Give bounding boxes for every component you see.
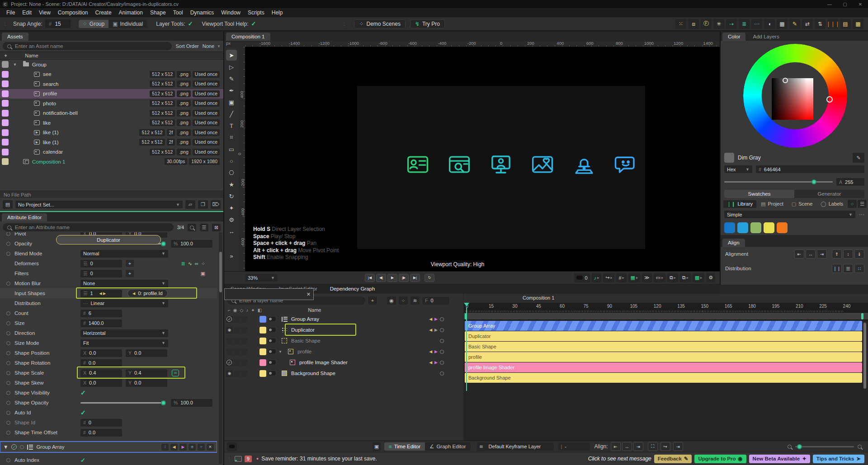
dots-grid-icon[interactable]: ⁙ [675, 19, 686, 29]
checkbox[interactable]: ✓ [80, 389, 86, 396]
asset-row[interactable]: profile512 x 512.pngUsed once [0, 89, 223, 99]
filter-icon[interactable]: ▣ [201, 271, 205, 277]
timeline-bar[interactable]: profile Image Shader [465, 362, 862, 372]
filter-field[interactable]: F0 [422, 297, 449, 305]
layer-row[interactable]: ◉Background Shape [224, 368, 463, 379]
enabled-check[interactable]: ✓ [11, 444, 17, 450]
state-cell[interactable] [241, 338, 248, 344]
minimize-button[interactable]: — [822, 2, 837, 7]
value-field[interactable]: Normal▼ [80, 250, 168, 258]
expand-tool[interactable]: ↔ [226, 226, 237, 237]
frame-icon[interactable]: ▭▸ [654, 273, 665, 282]
dope-toggle-icon[interactable] [227, 442, 237, 451]
path-arrow-icon[interactable]: ⇢ [726, 19, 737, 29]
asset-color-chip[interactable] [2, 139, 9, 146]
keyframe-dot[interactable] [6, 401, 10, 405]
value-field[interactable]: #0 [80, 419, 122, 427]
text-tool[interactable]: T [226, 120, 237, 131]
value-field[interactable]: ⋯Linear▼ [80, 300, 168, 307]
keyframe-dot[interactable] [6, 341, 10, 345]
distribute-button[interactable]: ❘❘ [832, 264, 842, 273]
alpha-field[interactable]: A255 [836, 178, 864, 186]
swap-h-icon[interactable]: ⇄ [802, 19, 813, 29]
tab-attribute-editor[interactable]: Attribute Editor [2, 213, 47, 221]
tab-add-layers[interactable]: Add Layers [747, 33, 784, 41]
state-cell[interactable]: ◉ [226, 327, 233, 333]
expand-caret[interactable]: ▼ [3, 444, 8, 450]
project-set-select[interactable]: No Project Set...▼ [15, 201, 183, 208]
asset-row[interactable]: see512 x 512.pngUsed once [0, 70, 223, 80]
next-frame-button[interactable]: |▶ [399, 274, 409, 282]
align-button[interactable]: ⇥ [817, 249, 827, 258]
align-button[interactable]: ⇑ [832, 249, 842, 258]
expand-icon[interactable]: ⁘ [198, 444, 205, 451]
keyframe-dot[interactable] [6, 371, 10, 375]
asset-row[interactable]: calendar512 x 512.pngUsed once [0, 147, 223, 157]
timeline-bar[interactable]: Group Array [465, 321, 862, 331]
state-cell[interactable]: ✓ [226, 316, 233, 323]
keyframe-dot[interactable] [6, 331, 10, 335]
ellipse-tool[interactable]: ○ [226, 155, 237, 166]
swatch-chip[interactable] [724, 222, 735, 233]
feedback-button[interactable]: Feedback✎ [654, 455, 692, 463]
search-select-icon[interactable] [188, 224, 196, 231]
align-button[interactable]: ↕ [843, 249, 853, 258]
keyframe-dot[interactable] [6, 421, 10, 425]
layer-row[interactable]: ✓Group Array◀▶ [224, 314, 463, 324]
menu-dynamics[interactable]: Dynamics [187, 9, 218, 16]
snap-angle-field[interactable]: #15 [45, 19, 71, 28]
value-field[interactable]: #1400.0 [80, 319, 122, 327]
keyframe-dot[interactable] [6, 252, 10, 256]
value-field[interactable]: Horizontal▼ [80, 329, 168, 337]
expand-caret[interactable]: ▼ [278, 350, 282, 354]
close-icon[interactable]: ✕ [307, 291, 311, 297]
orient-tool[interactable]: ↻ [226, 191, 237, 202]
distribute-button[interactable]: ☰ [843, 264, 853, 273]
tab-color[interactable]: Color [722, 33, 745, 41]
state-cell[interactable] [241, 348, 248, 355]
columns-icon[interactable]: ❘❘❘ [827, 19, 838, 29]
keyframe-ring[interactable] [440, 317, 444, 321]
state-cell[interactable]: ◉ [226, 370, 233, 377]
tab-generator[interactable]: Generator [794, 190, 864, 198]
curve-icon[interactable]: ↪▸ [603, 273, 614, 282]
value-field[interactable]: Y0.0 [126, 349, 167, 357]
swatch-chip[interactable] [737, 222, 748, 233]
add-button[interactable]: + [126, 270, 134, 277]
align-button[interactable]: ↔ [806, 249, 816, 258]
pen-icon[interactable]: ✎ [789, 19, 800, 29]
layers-icon[interactable]: ⧉▸ [667, 273, 678, 282]
maximize-button[interactable]: ▢ [837, 2, 853, 7]
input-shape-chip[interactable]: ◀0: profile.Id [127, 289, 168, 297]
value-field[interactable]: ☰0 [80, 270, 122, 277]
state-cell[interactable] [234, 327, 241, 333]
time-editor-button[interactable]: ≡Time Editor [384, 442, 425, 451]
keyframe-dot[interactable] [6, 351, 10, 355]
render-toggle[interactable]: 0 [574, 273, 590, 282]
asset-color-chip[interactable] [2, 110, 9, 117]
tips-and-tricks-button[interactable]: Tips and Tricks➤ [813, 455, 864, 463]
next-message-link[interactable]: Click to see next message [588, 456, 651, 462]
in-handle-icon[interactable]: ◀ [429, 349, 432, 354]
in-handle-icon[interactable]: ◀ [429, 317, 432, 321]
menu-create[interactable]: Create [92, 9, 115, 16]
rows-icon[interactable]: ▤ [840, 19, 851, 29]
ease-icon[interactable]: ↪ [660, 442, 670, 451]
box-tool[interactable]: ▣ [226, 97, 237, 108]
viewport-canvas[interactable]: Hold S Direct Layer SelectionSpace Play/… [245, 47, 720, 271]
out-handle-icon[interactable]: ▶ [434, 328, 438, 332]
state-cell[interactable] [226, 338, 233, 344]
more-options-icon[interactable]: ⋯ [859, 211, 864, 218]
state-cell[interactable] [241, 370, 248, 377]
line-tool[interactable]: ╱ [226, 108, 237, 119]
keyframe-dot[interactable] [6, 242, 10, 246]
out-handle-icon[interactable]: ▶ [434, 317, 438, 321]
timeline-scrollbar[interactable] [863, 322, 867, 390]
keyframe-dot[interactable] [20, 445, 24, 449]
timeline-box-icon[interactable]: ▦ [777, 19, 788, 29]
layers-icon[interactable]: ≣ [181, 261, 185, 267]
visibility-toggle[interactable] [268, 349, 276, 354]
work-area-end[interactable] [861, 313, 863, 319]
layer-row[interactable]: ▼profile◀▶ [224, 346, 463, 357]
menu-window[interactable]: Window [217, 9, 244, 16]
